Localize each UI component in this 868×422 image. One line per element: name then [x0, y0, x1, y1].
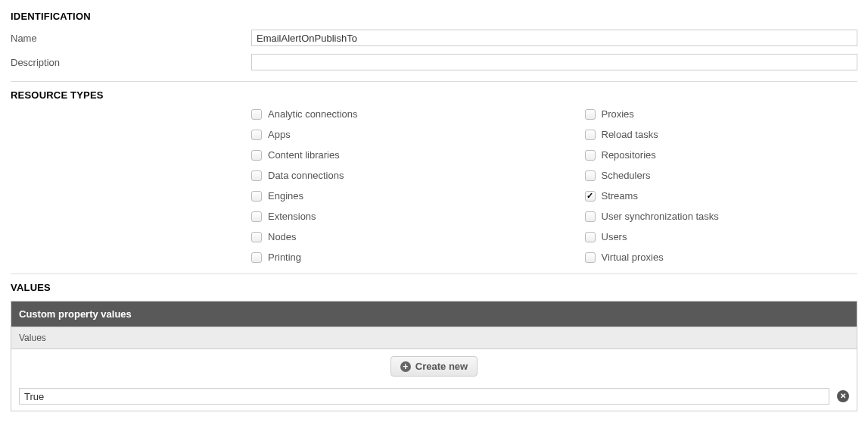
description-label: Description [11, 57, 251, 68]
checkbox-icon[interactable] [585, 232, 596, 242]
resource-checkbox-row[interactable]: Apps [251, 129, 524, 140]
resource-checkbox-row[interactable]: Proxies [585, 108, 858, 120]
checkbox-icon[interactable] [251, 130, 262, 140]
description-input[interactable] [251, 54, 857, 70]
resource-checkbox-label: Virtual proxies [602, 252, 664, 263]
divider [11, 274, 857, 274]
resource-types-heading: RESOURCE TYPES [11, 89, 857, 101]
create-new-label: Create new [415, 361, 468, 372]
resource-checkbox-row[interactable]: Analytic connections [251, 108, 524, 120]
checkbox-icon[interactable] [585, 109, 596, 120]
resource-checkbox-row[interactable]: Virtual proxies [585, 252, 858, 263]
plus-circle-icon [400, 361, 411, 372]
resource-col-left: Analytic connectionsAppsContent librarie… [251, 108, 524, 263]
resource-checkbox-row[interactable]: Schedulers [585, 170, 858, 181]
resource-checkbox-row[interactable]: Repositories [585, 149, 858, 161]
resource-checkbox-row[interactable]: Reload tasks [585, 129, 858, 140]
checkbox-icon[interactable] [251, 170, 262, 181]
name-row: Name [11, 30, 857, 46]
resource-checkbox-label: Schedulers [602, 170, 651, 181]
create-new-button[interactable]: Create new [390, 356, 478, 377]
resource-col-right: ProxiesReload tasksRepositoriesScheduler… [585, 108, 858, 263]
identification-heading: IDENTIFICATION [11, 11, 857, 22]
values-create-row: Create new [11, 349, 857, 383]
resource-checkbox-row[interactable]: Engines [251, 190, 524, 202]
resource-checkbox-label: Reload tasks [602, 129, 658, 140]
checkbox-icon[interactable] [585, 252, 596, 263]
resource-checkbox-label: Streams [602, 190, 638, 202]
checkbox-icon[interactable] [585, 191, 596, 202]
resource-checkbox-row[interactable]: Users [585, 231, 858, 242]
resource-checkbox-label: Users [602, 231, 627, 242]
name-input[interactable] [251, 30, 857, 46]
checkbox-icon[interactable] [251, 211, 262, 222]
checkbox-icon[interactable] [585, 170, 596, 181]
resource-checkbox-label: Extensions [268, 211, 316, 222]
checkbox-icon[interactable] [251, 232, 262, 242]
values-table: Custom property values Values Create new [11, 301, 857, 411]
resource-types-grid: Analytic connectionsAppsContent librarie… [251, 108, 857, 263]
resource-checkbox-row[interactable]: User synchronization tasks [585, 211, 858, 222]
checkbox-icon[interactable] [251, 109, 262, 120]
resource-checkbox-label: Repositories [602, 149, 656, 161]
divider [11, 81, 857, 82]
resource-checkbox-row[interactable]: Printing [251, 252, 524, 263]
checkbox-icon[interactable] [585, 211, 596, 222]
resource-checkbox-label: Nodes [268, 231, 297, 242]
resource-checkbox-label: User synchronization tasks [602, 211, 719, 222]
checkbox-icon[interactable] [585, 150, 596, 161]
checkbox-icon[interactable] [251, 150, 262, 161]
name-label: Name [11, 33, 251, 44]
value-row [11, 383, 857, 411]
resource-checkbox-label: Content libraries [268, 149, 340, 161]
checkbox-icon[interactable] [251, 252, 262, 263]
resource-checkbox-row[interactable]: Nodes [251, 231, 524, 242]
description-row: Description [11, 54, 857, 70]
checkbox-icon[interactable] [585, 130, 596, 140]
resource-checkbox-label: Engines [268, 190, 303, 202]
checkbox-icon[interactable] [251, 191, 262, 202]
values-column-header: Values [11, 327, 857, 349]
value-input[interactable] [19, 388, 829, 405]
resource-checkbox-label: Printing [268, 252, 301, 263]
resource-checkbox-row[interactable]: Content libraries [251, 149, 524, 161]
resource-checkbox-row[interactable]: Streams [585, 190, 858, 202]
resource-checkbox-label: Analytic connections [268, 108, 358, 120]
resource-checkbox-label: Apps [268, 129, 291, 140]
resource-checkbox-row[interactable]: Extensions [251, 211, 524, 222]
resource-checkbox-label: Proxies [602, 108, 634, 120]
values-table-header: Custom property values [11, 302, 857, 327]
delete-icon[interactable] [837, 390, 849, 402]
values-heading: VALUES [11, 282, 857, 293]
resource-checkbox-label: Data connections [268, 170, 344, 181]
resource-checkbox-row[interactable]: Data connections [251, 170, 524, 181]
